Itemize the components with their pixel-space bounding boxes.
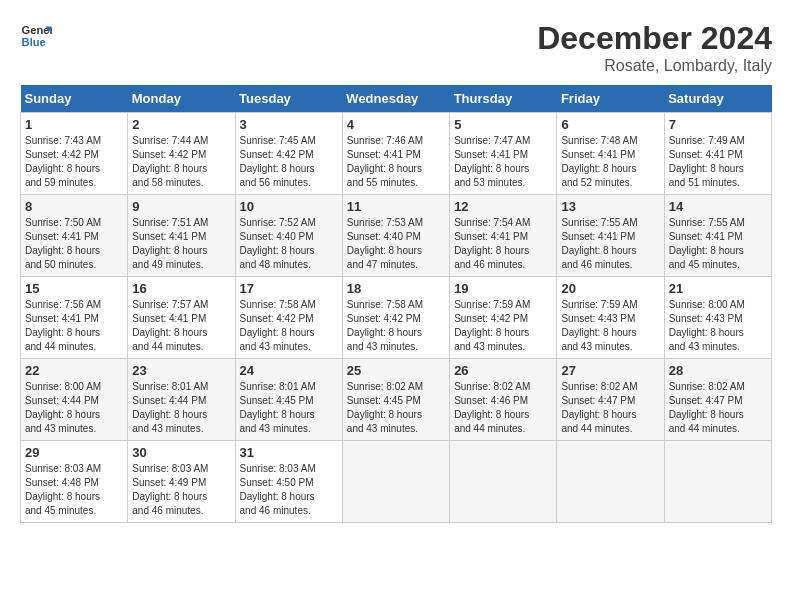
day-number: 16 <box>132 281 230 296</box>
day-number: 10 <box>240 199 338 214</box>
day-info: Sunrise: 8:03 AM Sunset: 4:48 PM Dayligh… <box>25 462 123 518</box>
day-number: 21 <box>669 281 767 296</box>
day-number: 29 <box>25 445 123 460</box>
day-number: 7 <box>669 117 767 132</box>
day-info: Sunrise: 7:49 AM Sunset: 4:41 PM Dayligh… <box>669 134 767 190</box>
day-cell-26: 26Sunrise: 8:02 AM Sunset: 4:46 PM Dayli… <box>450 359 557 441</box>
month-title: December 2024 <box>537 20 772 57</box>
day-info: Sunrise: 8:01 AM Sunset: 4:45 PM Dayligh… <box>240 380 338 436</box>
day-cell-12: 12Sunrise: 7:54 AM Sunset: 4:41 PM Dayli… <box>450 195 557 277</box>
day-cell-16: 16Sunrise: 7:57 AM Sunset: 4:41 PM Dayli… <box>128 277 235 359</box>
logo: General Blue <box>20 20 52 52</box>
weekday-header-saturday: Saturday <box>664 85 771 113</box>
header-row: SundayMondayTuesdayWednesdayThursdayFrid… <box>21 85 772 113</box>
weekday-header-monday: Monday <box>128 85 235 113</box>
day-cell-30: 30Sunrise: 8:03 AM Sunset: 4:49 PM Dayli… <box>128 441 235 523</box>
empty-cell <box>557 441 664 523</box>
day-info: Sunrise: 7:54 AM Sunset: 4:41 PM Dayligh… <box>454 216 552 272</box>
day-number: 2 <box>132 117 230 132</box>
day-number: 5 <box>454 117 552 132</box>
day-number: 1 <box>25 117 123 132</box>
day-number: 8 <box>25 199 123 214</box>
day-number: 26 <box>454 363 552 378</box>
day-number: 17 <box>240 281 338 296</box>
day-cell-3: 3Sunrise: 7:45 AM Sunset: 4:42 PM Daylig… <box>235 113 342 195</box>
day-number: 28 <box>669 363 767 378</box>
day-info: Sunrise: 7:52 AM Sunset: 4:40 PM Dayligh… <box>240 216 338 272</box>
logo-icon: General Blue <box>20 20 52 52</box>
title-area: December 2024 Rosate, Lombardy, Italy <box>537 20 772 75</box>
day-number: 13 <box>561 199 659 214</box>
day-info: Sunrise: 8:00 AM Sunset: 4:43 PM Dayligh… <box>669 298 767 354</box>
weekday-header-tuesday: Tuesday <box>235 85 342 113</box>
day-cell-6: 6Sunrise: 7:48 AM Sunset: 4:41 PM Daylig… <box>557 113 664 195</box>
day-info: Sunrise: 7:48 AM Sunset: 4:41 PM Dayligh… <box>561 134 659 190</box>
day-number: 18 <box>347 281 445 296</box>
day-info: Sunrise: 8:02 AM Sunset: 4:45 PM Dayligh… <box>347 380 445 436</box>
day-info: Sunrise: 7:50 AM Sunset: 4:41 PM Dayligh… <box>25 216 123 272</box>
day-cell-5: 5Sunrise: 7:47 AM Sunset: 4:41 PM Daylig… <box>450 113 557 195</box>
week-row-5: 29Sunrise: 8:03 AM Sunset: 4:48 PM Dayli… <box>21 441 772 523</box>
day-number: 30 <box>132 445 230 460</box>
day-info: Sunrise: 7:45 AM Sunset: 4:42 PM Dayligh… <box>240 134 338 190</box>
day-cell-9: 9Sunrise: 7:51 AM Sunset: 4:41 PM Daylig… <box>128 195 235 277</box>
day-cell-25: 25Sunrise: 8:02 AM Sunset: 4:45 PM Dayli… <box>342 359 449 441</box>
day-number: 19 <box>454 281 552 296</box>
day-info: Sunrise: 7:57 AM Sunset: 4:41 PM Dayligh… <box>132 298 230 354</box>
day-info: Sunrise: 7:43 AM Sunset: 4:42 PM Dayligh… <box>25 134 123 190</box>
weekday-header-wednesday: Wednesday <box>342 85 449 113</box>
day-info: Sunrise: 7:58 AM Sunset: 4:42 PM Dayligh… <box>240 298 338 354</box>
day-number: 11 <box>347 199 445 214</box>
day-info: Sunrise: 7:56 AM Sunset: 4:41 PM Dayligh… <box>25 298 123 354</box>
day-cell-22: 22Sunrise: 8:00 AM Sunset: 4:44 PM Dayli… <box>21 359 128 441</box>
weekday-header-friday: Friday <box>557 85 664 113</box>
day-cell-13: 13Sunrise: 7:55 AM Sunset: 4:41 PM Dayli… <box>557 195 664 277</box>
day-info: Sunrise: 7:59 AM Sunset: 4:42 PM Dayligh… <box>454 298 552 354</box>
day-info: Sunrise: 7:44 AM Sunset: 4:42 PM Dayligh… <box>132 134 230 190</box>
day-cell-4: 4Sunrise: 7:46 AM Sunset: 4:41 PM Daylig… <box>342 113 449 195</box>
day-cell-1: 1Sunrise: 7:43 AM Sunset: 4:42 PM Daylig… <box>21 113 128 195</box>
day-cell-21: 21Sunrise: 8:00 AM Sunset: 4:43 PM Dayli… <box>664 277 771 359</box>
day-number: 3 <box>240 117 338 132</box>
day-cell-11: 11Sunrise: 7:53 AM Sunset: 4:40 PM Dayli… <box>342 195 449 277</box>
day-number: 12 <box>454 199 552 214</box>
day-number: 20 <box>561 281 659 296</box>
day-number: 15 <box>25 281 123 296</box>
week-row-1: 1Sunrise: 7:43 AM Sunset: 4:42 PM Daylig… <box>21 113 772 195</box>
day-cell-24: 24Sunrise: 8:01 AM Sunset: 4:45 PM Dayli… <box>235 359 342 441</box>
day-cell-17: 17Sunrise: 7:58 AM Sunset: 4:42 PM Dayli… <box>235 277 342 359</box>
week-row-3: 15Sunrise: 7:56 AM Sunset: 4:41 PM Dayli… <box>21 277 772 359</box>
svg-text:Blue: Blue <box>22 36 46 48</box>
location-title: Rosate, Lombardy, Italy <box>537 57 772 75</box>
day-cell-23: 23Sunrise: 8:01 AM Sunset: 4:44 PM Dayli… <box>128 359 235 441</box>
day-cell-27: 27Sunrise: 8:02 AM Sunset: 4:47 PM Dayli… <box>557 359 664 441</box>
day-number: 22 <box>25 363 123 378</box>
day-cell-2: 2Sunrise: 7:44 AM Sunset: 4:42 PM Daylig… <box>128 113 235 195</box>
svg-text:General: General <box>22 24 52 36</box>
day-cell-15: 15Sunrise: 7:56 AM Sunset: 4:41 PM Dayli… <box>21 277 128 359</box>
day-number: 27 <box>561 363 659 378</box>
day-info: Sunrise: 8:03 AM Sunset: 4:50 PM Dayligh… <box>240 462 338 518</box>
empty-cell <box>664 441 771 523</box>
day-number: 25 <box>347 363 445 378</box>
day-cell-7: 7Sunrise: 7:49 AM Sunset: 4:41 PM Daylig… <box>664 113 771 195</box>
day-cell-10: 10Sunrise: 7:52 AM Sunset: 4:40 PM Dayli… <box>235 195 342 277</box>
day-number: 9 <box>132 199 230 214</box>
day-number: 31 <box>240 445 338 460</box>
day-info: Sunrise: 7:55 AM Sunset: 4:41 PM Dayligh… <box>561 216 659 272</box>
day-info: Sunrise: 8:03 AM Sunset: 4:49 PM Dayligh… <box>132 462 230 518</box>
weekday-header-thursday: Thursday <box>450 85 557 113</box>
day-number: 6 <box>561 117 659 132</box>
day-info: Sunrise: 7:55 AM Sunset: 4:41 PM Dayligh… <box>669 216 767 272</box>
day-cell-14: 14Sunrise: 7:55 AM Sunset: 4:41 PM Dayli… <box>664 195 771 277</box>
day-info: Sunrise: 7:51 AM Sunset: 4:41 PM Dayligh… <box>132 216 230 272</box>
day-cell-8: 8Sunrise: 7:50 AM Sunset: 4:41 PM Daylig… <box>21 195 128 277</box>
weekday-header-sunday: Sunday <box>21 85 128 113</box>
day-number: 24 <box>240 363 338 378</box>
day-info: Sunrise: 8:01 AM Sunset: 4:44 PM Dayligh… <box>132 380 230 436</box>
day-info: Sunrise: 7:46 AM Sunset: 4:41 PM Dayligh… <box>347 134 445 190</box>
day-info: Sunrise: 7:47 AM Sunset: 4:41 PM Dayligh… <box>454 134 552 190</box>
day-cell-28: 28Sunrise: 8:02 AM Sunset: 4:47 PM Dayli… <box>664 359 771 441</box>
day-info: Sunrise: 7:59 AM Sunset: 4:43 PM Dayligh… <box>561 298 659 354</box>
week-row-4: 22Sunrise: 8:00 AM Sunset: 4:44 PM Dayli… <box>21 359 772 441</box>
